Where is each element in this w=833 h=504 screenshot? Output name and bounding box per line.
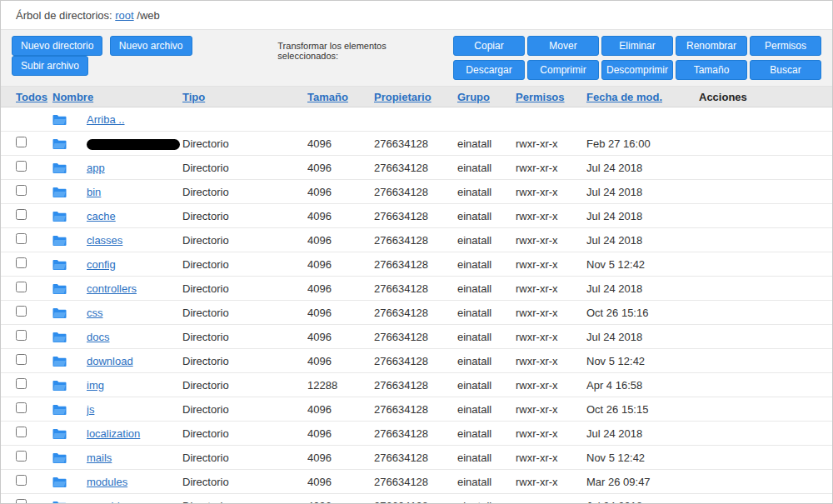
- file-name-link[interactable]: modules: [87, 476, 127, 488]
- header-type[interactable]: Tipo: [182, 91, 307, 103]
- search-button[interactable]: Buscar: [750, 60, 821, 80]
- upload-file-button[interactable]: Subir archivo: [12, 56, 88, 76]
- file-name-link[interactable]: docs: [87, 331, 109, 343]
- up-directory-link[interactable]: Arriba ..: [87, 113, 125, 126]
- file-permissions: rwxr-xr-x: [516, 234, 586, 247]
- compress-button[interactable]: Comprimir: [527, 60, 599, 80]
- row-checkbox[interactable]: [16, 402, 27, 413]
- file-permissions: rwxr-xr-x: [516, 403, 586, 416]
- table-row: css Directorio 4096 276634128 einatall r…: [1, 301, 832, 325]
- file-modified-date: Jul 24 2018: [586, 186, 699, 198]
- table-row: controllers Directorio 4096 276634128 ei…: [1, 277, 832, 301]
- file-modified-date: Oct 26 15:16: [586, 307, 699, 319]
- file-permissions: rwxr-xr-x: [516, 452, 586, 464]
- header-size[interactable]: Tamaño: [307, 91, 374, 103]
- row-checkbox[interactable]: [16, 257, 27, 268]
- file-owner: 276634128: [374, 307, 457, 319]
- table-row: img Directorio 12288 276634128 einatall …: [1, 373, 832, 397]
- folder-icon: [52, 235, 67, 247]
- table-row: classes Directorio 4096 276634128 einata…: [1, 228, 832, 252]
- row-checkbox[interactable]: [16, 161, 27, 172]
- file-permissions: rwxr-xr-x: [516, 186, 586, 198]
- file-permissions: rwxr-xr-x: [516, 258, 586, 271]
- file-name-link[interactable]: localization: [87, 427, 140, 440]
- decompress-button[interactable]: Descomprimir: [601, 60, 673, 80]
- size-button[interactable]: Tamaño: [676, 60, 747, 80]
- table-row: bin Directorio 4096 276634128 einatall r…: [1, 180, 832, 204]
- table-row: Directorio 4096 276634128 einatall rwxr-…: [1, 132, 832, 156]
- file-permissions: rwxr-xr-x: [516, 162, 586, 174]
- file-size: 4096: [307, 427, 374, 440]
- file-size: 12288: [307, 379, 374, 392]
- row-checkbox[interactable]: [16, 499, 27, 504]
- file-size: 4096: [307, 403, 374, 416]
- file-name-link[interactable]: config: [87, 258, 116, 271]
- row-checkbox[interactable]: [16, 306, 27, 317]
- row-checkbox[interactable]: [16, 209, 27, 220]
- file-permissions: rwxr-xr-x: [516, 476, 586, 488]
- file-type: Directorio: [182, 258, 307, 271]
- row-checkbox[interactable]: [16, 378, 27, 389]
- file-type: Directorio: [182, 379, 307, 392]
- file-permissions: rwxr-xr-x: [516, 379, 586, 392]
- file-name-link[interactable]: mails: [87, 452, 112, 464]
- header-select-all[interactable]: Todos: [16, 91, 52, 103]
- download-button[interactable]: Descargar: [453, 60, 525, 80]
- file-name-link[interactable]: js: [87, 403, 94, 416]
- file-size: 4096: [307, 500, 374, 504]
- file-name-link[interactable]: classes: [87, 234, 122, 247]
- folder-icon: [52, 501, 67, 504]
- redacted-name: [87, 139, 180, 150]
- row-checkbox[interactable]: [16, 451, 27, 462]
- breadcrumb-root-link[interactable]: root: [115, 9, 133, 22]
- file-size: 4096: [307, 162, 374, 174]
- file-owner: 276634128: [374, 500, 457, 504]
- row-checkbox[interactable]: [16, 354, 27, 365]
- copy-button[interactable]: Copiar: [453, 36, 525, 56]
- file-modified-date: Jul 24 2018: [586, 162, 699, 174]
- file-name-link[interactable]: css: [87, 307, 103, 319]
- table-row: cache Directorio 4096 276634128 einatall…: [1, 204, 832, 228]
- file-owner: 276634128: [374, 282, 457, 295]
- header-permissions[interactable]: Permisos: [516, 91, 586, 103]
- row-checkbox[interactable]: [16, 137, 27, 147]
- header-owner[interactable]: Propietario: [374, 91, 457, 103]
- row-checkbox[interactable]: [16, 475, 27, 486]
- header-group[interactable]: Grupo: [457, 91, 516, 103]
- file-name-link[interactable]: cache: [87, 210, 116, 222]
- new-file-button[interactable]: Nuevo archivo: [110, 36, 192, 56]
- header-modified-date[interactable]: Fecha de mod.: [586, 91, 699, 103]
- file-size: 4096: [307, 234, 374, 247]
- row-checkbox[interactable]: [16, 282, 27, 292]
- header-name[interactable]: Nombre: [52, 91, 182, 103]
- delete-button[interactable]: Eliminar: [601, 36, 673, 56]
- file-name-link[interactable]: bin: [87, 186, 101, 198]
- file-name-link[interactable]: controllers: [87, 282, 137, 295]
- file-type: Directorio: [182, 427, 307, 440]
- toolbar: Nuevo directorio Nuevo archivo Subir arc…: [1, 29, 832, 87]
- file-name-link[interactable]: override: [87, 500, 126, 504]
- file-name-link[interactable]: app: [87, 162, 105, 174]
- file-modified-date: Jul 24 2018: [586, 210, 699, 222]
- folder-icon: [52, 452, 67, 464]
- file-name-link[interactable]: img: [87, 379, 104, 392]
- file-group: einatall: [457, 403, 516, 416]
- file-name-link[interactable]: download: [87, 355, 133, 367]
- row-checkbox[interactable]: [16, 427, 27, 437]
- new-directory-button[interactable]: Nuevo directorio: [12, 36, 102, 56]
- move-button[interactable]: Mover: [527, 36, 599, 56]
- file-modified-date: Nov 5 12:42: [586, 452, 699, 464]
- file-type: Directorio: [182, 307, 307, 319]
- file-type: Directorio: [182, 162, 307, 174]
- file-permissions: rwxr-xr-x: [516, 307, 586, 319]
- row-checkbox[interactable]: [16, 185, 27, 196]
- row-checkbox[interactable]: [16, 330, 27, 341]
- file-group: einatall: [457, 331, 516, 343]
- file-owner: 276634128: [374, 427, 457, 440]
- rename-button[interactable]: Renombrar: [676, 36, 747, 56]
- file-group: einatall: [457, 162, 516, 174]
- row-checkbox[interactable]: [16, 233, 27, 244]
- table-row: download Directorio 4096 276634128 einat…: [1, 349, 832, 373]
- table-row: docs Directorio 4096 276634128 einatall …: [1, 325, 832, 349]
- permissions-button[interactable]: Permisos: [750, 36, 821, 56]
